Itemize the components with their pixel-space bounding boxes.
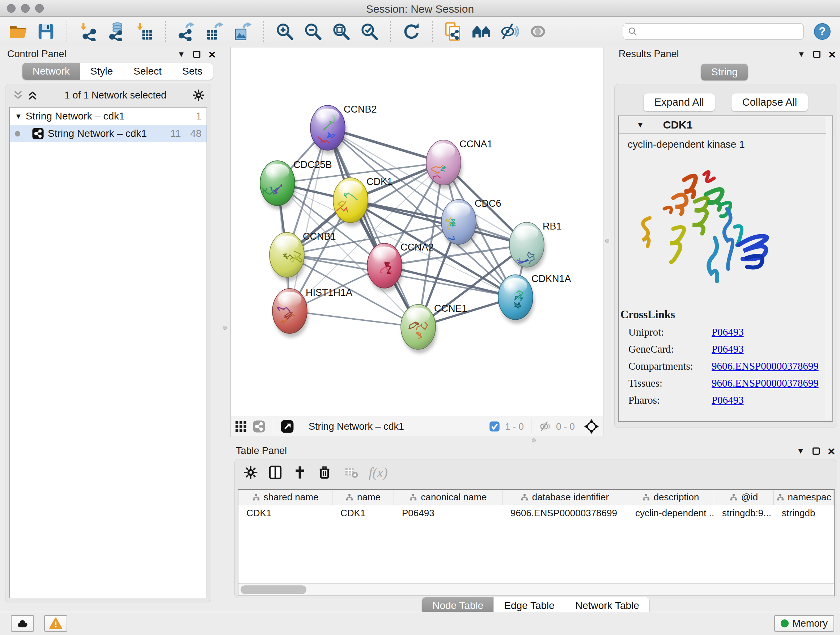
graph-node-CDC25B[interactable] <box>260 161 295 206</box>
add-column-icon[interactable] <box>293 465 307 480</box>
zoom-in-button[interactable] <box>275 22 294 41</box>
gene-expander-icon[interactable]: ▼ <box>636 120 644 130</box>
tree-expander-icon[interactable]: ▼ <box>15 112 22 120</box>
column-header[interactable]: shared name <box>238 490 332 505</box>
import-table-button[interactable] <box>134 22 154 41</box>
close-panel-icon[interactable]: × <box>828 448 835 455</box>
table-cell[interactable]: stringdb:9... <box>714 505 774 521</box>
graph-node-CCNB2[interactable] <box>310 105 345 150</box>
float-panel-icon[interactable] <box>193 51 201 58</box>
hidden-eye-icon[interactable] <box>538 420 551 432</box>
panel-menu-icon[interactable]: ▼ <box>797 447 805 456</box>
node-count: 11 <box>171 128 181 139</box>
import-network-button[interactable] <box>78 22 98 41</box>
table-cell[interactable]: cyclin-dependent ... <box>627 505 714 521</box>
network-graph[interactable]: CCNB2CCNA1CDC25BCDK1CDC6RB1CCNB1CCNA2CDK… <box>231 48 604 416</box>
network-options-gear-icon[interactable] <box>193 89 205 101</box>
zoom-out-button[interactable] <box>303 22 323 41</box>
gene-card-header[interactable]: ▼ CDK1 <box>619 116 832 134</box>
show-graphics-button[interactable] <box>528 22 548 41</box>
export-image-button[interactable] <box>233 22 253 41</box>
close-panel-icon[interactable]: × <box>208 51 216 58</box>
tab-select[interactable]: Select <box>123 63 172 80</box>
tab-network[interactable]: Network <box>22 63 80 80</box>
clone-network-button[interactable] <box>444 22 463 41</box>
column-header[interactable]: name <box>332 490 394 505</box>
graph-node-CDC6[interactable] <box>441 200 476 244</box>
gene-name: CDK1 <box>663 119 693 131</box>
graph-node-CDK1[interactable] <box>333 178 368 223</box>
network-row-selected[interactable]: String Network – cdk1 11 48 <box>10 125 207 142</box>
export-table-button[interactable] <box>205 22 224 41</box>
table-cell[interactable]: stringdb <box>774 505 834 521</box>
table-cell[interactable]: P06493 <box>394 505 502 521</box>
node-table[interactable]: shared namenamecanonical namedatabase id… <box>238 490 834 583</box>
memory-button[interactable]: Memory <box>774 615 834 632</box>
zoom-selected-button[interactable] <box>360 22 379 41</box>
table-horizontal-scrollbar[interactable] <box>238 583 834 595</box>
hide-unhide-button[interactable] <box>500 22 519 41</box>
table-gear-icon[interactable] <box>243 465 258 480</box>
graph-node-CDKN1A[interactable] <box>498 275 533 320</box>
current-network-dot-icon <box>15 131 20 136</box>
export-network-button[interactable] <box>177 22 196 41</box>
save-session-button[interactable] <box>36 22 56 41</box>
warnings-button[interactable] <box>44 615 67 632</box>
column-header[interactable]: database identifier <box>502 490 627 505</box>
collapse-all-button[interactable]: Collapse All <box>731 93 808 111</box>
footer-separator <box>273 419 273 434</box>
table-row[interactable]: CDK1CDK1P064939606.ENSP00000378699cyclin… <box>238 505 834 521</box>
graph-node-HIST1H1A[interactable] <box>272 288 307 333</box>
compartments-link[interactable]: 9606.ENSP00000378699 <box>712 360 819 372</box>
table-cell[interactable]: CDK1 <box>332 505 394 521</box>
table-cell[interactable]: 9606.ENSP00000378699 <box>502 505 627 521</box>
open-session-button[interactable] <box>8 22 27 41</box>
graph-node-CCNB1[interactable] <box>270 233 304 277</box>
column-header[interactable]: @id <box>714 490 774 505</box>
selected-checkbox-icon[interactable] <box>489 421 500 432</box>
float-panel-icon[interactable] <box>813 448 820 455</box>
cloud-button[interactable] <box>11 615 34 632</box>
expand-all-icon[interactable] <box>27 89 38 101</box>
collapse-all-icon[interactable] <box>12 89 24 101</box>
column-header[interactable]: description <box>627 490 714 505</box>
graph-node-CCNE1[interactable] <box>401 304 436 349</box>
panel-menu-icon[interactable]: ▼ <box>177 50 185 59</box>
float-panel-icon[interactable] <box>813 51 821 58</box>
bottom-splitter-handle[interactable] <box>532 439 536 442</box>
show-columns-icon[interactable] <box>268 465 283 480</box>
uniprot-link[interactable]: P06493 <box>712 326 744 338</box>
network-collection-row[interactable]: ▼ String Network – cdk1 1 <box>10 108 207 125</box>
import-network-from-database-button[interactable] <box>106 22 126 41</box>
expand-all-button[interactable]: Expand All <box>643 93 715 111</box>
left-splitter-handle[interactable] <box>223 326 227 330</box>
column-type-icon <box>252 494 260 501</box>
right-splitter-handle[interactable] <box>605 239 609 243</box>
apply-layout-button[interactable] <box>401 22 421 41</box>
grid-view-icon[interactable] <box>234 420 248 433</box>
column-header[interactable]: namespac <box>774 490 834 505</box>
tab-style[interactable]: Style <box>80 63 123 80</box>
genecard-link[interactable]: P06493 <box>712 343 744 355</box>
table-cell[interactable]: CDK1 <box>238 505 332 521</box>
help-button[interactable]: ? <box>813 22 832 41</box>
scrollbar-thumb[interactable] <box>240 585 306 594</box>
search-input[interactable] <box>641 26 799 37</box>
panel-menu-icon[interactable]: ▼ <box>797 50 805 59</box>
search-box[interactable] <box>623 23 804 40</box>
results-scrollbar[interactable] <box>826 117 832 420</box>
delete-column-icon[interactable] <box>317 465 332 480</box>
column-header[interactable]: canonical name <box>394 490 502 505</box>
close-panel-icon[interactable]: × <box>829 51 836 58</box>
pharos-link[interactable]: P06493 <box>712 394 744 406</box>
zoom-fit-button[interactable] <box>332 22 351 41</box>
tissues-link[interactable]: 9606.ENSP00000378699 <box>712 377 819 389</box>
network-canvas[interactable]: CCNB2CCNA1CDC25BCDK1CDC6RB1CCNB1CCNA2CDK… <box>231 47 603 416</box>
tab-string[interactable]: String <box>701 64 748 80</box>
birdseye-view-icon[interactable] <box>280 420 294 433</box>
navigator-crosshair-icon[interactable] <box>584 418 600 434</box>
network-view-share-icon[interactable] <box>253 420 265 433</box>
tab-sets[interactable]: Sets <box>172 63 213 80</box>
string-home-button[interactable] <box>472 22 491 41</box>
graph-node-CCNA2[interactable] <box>367 243 402 288</box>
